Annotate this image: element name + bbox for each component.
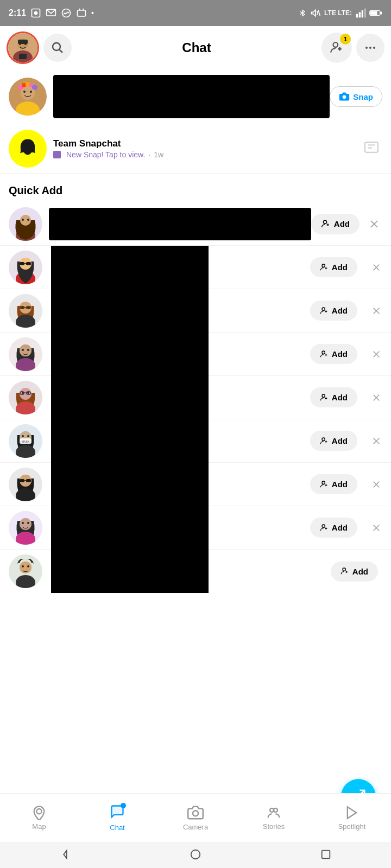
message-icon [46,8,56,18]
home-circle-icon [190,848,201,860]
svg-point-24 [333,42,338,47]
svg-point-70 [28,307,29,308]
quick-add-item[interactable]: Add [0,202,391,246]
chat-item[interactable]: Snap [0,69,391,124]
header: Chat 1 [0,26,391,69]
svg-point-22 [53,43,60,50]
dismiss-button[interactable] [368,303,384,319]
quick-add-group: MASK [0,246,391,593]
svg-marker-155 [348,807,356,819]
nav-item-chat[interactable]: Chat [78,804,156,832]
add-button[interactable]: Add [331,561,378,582]
nav-item-camera[interactable]: Camera [156,805,235,831]
svg-point-104 [22,522,24,524]
quick-add-item[interactable] [0,506,51,550]
svg-marker-156 [64,850,67,858]
back-icon [59,848,71,860]
add-button[interactable]: Add [310,257,357,277]
add-button[interactable]: Add [310,387,357,407]
svg-point-1 [34,11,38,15]
svg-point-105 [27,522,29,524]
messenger-icon [61,8,72,18]
quick-add-item[interactable] [0,289,51,333]
quick-add-avatar [9,381,42,414]
add-button[interactable]: Add [310,431,357,451]
nav-item-spotlight[interactable]: Spotlight [313,805,391,831]
quick-add-item[interactable] [0,376,51,419]
chat-preview: New Snap! Tap to view. · 1w [53,150,361,159]
quick-add-item[interactable] [0,333,51,376]
mute-icon [310,8,321,18]
dismiss-button[interactable] [368,433,384,449]
add-label: Add [332,263,348,272]
add-label: Add [332,306,348,315]
quick-add-item[interactable] [0,463,51,506]
chat-name: Team Snapchat [53,138,361,149]
add-button[interactable]: Add [310,518,357,538]
svg-point-27 [365,47,368,49]
status-dot: • [91,9,94,17]
profile-avatar[interactable] [7,31,39,64]
camera-nav-icon [187,805,204,821]
svg-point-76 [27,349,29,351]
more-options-button[interactable] [356,34,384,62]
svg-point-34 [23,91,26,93]
android-nav [0,842,391,868]
quick-add-item[interactable] [0,550,51,593]
close-icon [372,393,381,402]
add-button[interactable]: Add [310,474,357,494]
add-label: Add [332,523,348,532]
quick-add-actions: Add [209,289,391,333]
svg-point-118 [322,308,325,310]
add-person-icon [320,524,329,532]
quick-add-actions: Add [209,419,391,463]
svg-line-23 [59,49,62,53]
quick-add-avatar [9,207,42,241]
nav-item-stories[interactable]: Stories [235,805,313,831]
nav-label-spotlight: Spotlight [338,822,366,831]
add-person-icon [320,307,329,315]
svg-rect-158 [322,850,330,858]
close-icon [372,480,381,489]
quick-add-avatar [9,294,42,328]
teams-icon [76,8,87,18]
signal-icon [355,8,366,18]
svg-point-35 [30,91,32,93]
dismiss-button[interactable] [368,390,384,406]
svg-point-79 [20,388,31,400]
nav-label-chat: Chat [110,824,124,832]
add-person-icon [320,393,329,402]
dismiss-button[interactable] [368,346,384,362]
dismiss-button[interactable] [368,520,384,536]
svg-point-148 [343,568,345,571]
add-label: Add [332,349,348,359]
nav-item-map[interactable]: Map [0,805,78,831]
svg-rect-60 [20,262,24,265]
svg-point-40 [32,85,37,90]
home-button[interactable] [185,844,206,866]
search-button[interactable] [43,34,72,62]
snap-button[interactable]: Snap [330,86,382,107]
dismiss-button[interactable] [366,216,382,232]
preview-text: New Snap! Tap to view. [66,150,145,159]
svg-point-75 [22,349,24,351]
recents-button[interactable] [316,844,336,866]
snap-indicator [53,151,61,158]
quick-add-item[interactable]: MASK [0,419,51,463]
add-button[interactable]: Add [310,344,357,364]
svg-point-37 [22,83,26,87]
add-friend-button[interactable]: 1 [321,33,352,63]
svg-point-48 [20,215,31,226]
add-button[interactable]: Add [311,214,360,234]
snapchat-avatar [9,130,47,168]
dismiss-button[interactable] [368,476,384,493]
recents-icon [320,848,332,860]
svg-text:MASK: MASK [22,440,30,443]
dismiss-button[interactable] [368,259,384,276]
add-button[interactable]: Add [310,301,357,321]
quick-add-item[interactable] [0,246,51,289]
svg-point-138 [322,481,325,484]
camera-icon [339,91,350,102]
team-snapchat-item[interactable]: Team Snapchat New Snap! Tap to view. · 1… [0,124,391,174]
back-button[interactable] [55,844,75,866]
